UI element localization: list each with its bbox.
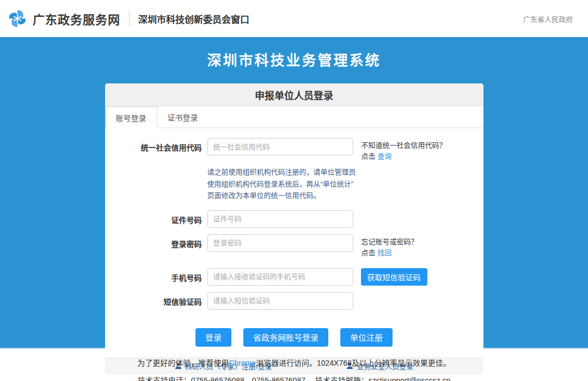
credit-code-query-link[interactable]: 查询 [377,152,391,160]
footer-line1-before: 为了更好的体验，推荐使用 [137,359,229,367]
tech-support-info: 技术支持电话：0755-86576088、0755-86576087。 技术支持… [0,374,588,381]
phone-label: 手机号码 [105,268,202,283]
id-number-label: 证件号码 [105,210,202,225]
sms-code-row: 短信验证码 [105,292,483,310]
credit-code-help-prefix: 点击 [362,152,378,160]
system-title: 深圳市科技业务管理系统 [0,37,588,69]
header-divider [129,11,130,26]
action-buttons: 登录 省政务网账号登录 单位注册 [105,328,483,347]
credit-code-input[interactable] [207,138,353,155]
window-name: 深圳市科技创新委员会窗口 [138,12,249,26]
id-number-input[interactable] [207,210,353,228]
password-help-question: 忘记账号或密码？ [362,238,418,246]
credit-code-label: 统一社会信用代码 [105,138,202,153]
login-form: 统一社会信用代码 不知道统一社会信用代码？ 点击 查询 请之前使用组织机构代码注… [105,128,483,347]
password-help: 忘记账号或密码？ 点击 找回 [362,234,418,258]
login-button[interactable]: 登录 [195,328,231,347]
credit-code-row: 统一社会信用代码 不知道统一社会信用代码？ 点击 查询 [105,138,483,162]
password-label: 登录密码 [105,234,202,249]
phone-row: 手机号码 获取短信验证码 [105,268,483,286]
sms-code-label: 短信验证码 [105,292,202,307]
chrome-link[interactable]: Chrome [229,359,256,367]
tab-certificate-login[interactable]: 证书登录 [157,107,209,128]
page-footer: 为了更好的体验，推荐使用Chrome浏览器进行访问。1024X768及以上分辨率… [0,349,588,381]
password-retrieve-link[interactable]: 找回 [377,249,391,257]
unit-register-button[interactable]: 单位注册 [340,328,393,347]
provincial-account-login-button[interactable]: 省政务网账号登录 [243,328,328,347]
password-help-prefix: 点击 [362,249,378,257]
tab-account-login[interactable]: 账号登录 [105,107,157,128]
password-input[interactable] [207,234,353,252]
site-logo[interactable]: 广东政务服务网 [8,9,120,28]
credit-code-help-question: 不知道统一社会信用代码？ [362,141,446,149]
card-title: 申报单位人员登录 [105,83,483,106]
gov-portal-link[interactable]: 广东省人民政府 [523,14,573,24]
credit-code-help: 不知道统一社会信用代码？ 点击 查询 [362,138,446,162]
pinwheel-logo-icon [8,9,27,28]
sms-code-input[interactable] [207,292,353,310]
login-tabs: 账号登录 证书登录 [105,106,483,128]
id-number-row: 证件号码 [105,210,483,228]
footer-line1-after: 浏览器进行访问。1024X768及以上分辨率显示效果更佳。 [256,359,451,367]
get-sms-code-button[interactable]: 获取短信验证码 [361,268,427,286]
hero-section: 深圳市科技业务管理系统 申报单位人员登录 账号登录 证书登录 统一社会信用代码 … [0,37,588,349]
site-name: 广东政务服务网 [33,10,120,27]
phone-input[interactable] [207,268,353,286]
login-card: 申报单位人员登录 账号登录 证书登录 统一社会信用代码 不知道统一社会信用代码？… [105,83,483,374]
browser-recommendation: 为了更好的体验，推荐使用Chrome浏览器进行访问。1024X768及以上分辨率… [0,357,588,368]
password-row: 登录密码 忘记账号或密码？ 点击 找回 [105,234,483,258]
top-header: 广东政务服务网 深圳市科技创新委员会窗口 广东省人民政府 [0,0,588,37]
credit-code-note: 请之前使用组织机构代码注册的，请单位管理员使用组织机构代码登录系统后，再从“单位… [207,166,358,201]
